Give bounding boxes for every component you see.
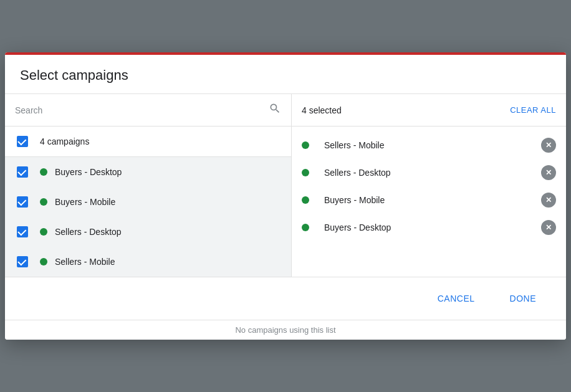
- active-status-dot: [40, 228, 47, 236]
- campaign-item-label: Buyers - Mobile: [55, 197, 115, 207]
- search-bar: [5, 94, 291, 127]
- clear-all-button[interactable]: CLEAR ALL: [510, 105, 556, 115]
- selected-item-label: Buyers - Desktop: [324, 222, 541, 232]
- item-checkbox-1[interactable]: [15, 165, 30, 179]
- active-status-dot: [302, 224, 309, 231]
- active-status-dot: [302, 196, 309, 204]
- remove-item-button[interactable]: [541, 165, 556, 180]
- list-item[interactable]: Sellers - Mobile: [5, 247, 291, 277]
- remove-item-button[interactable]: [541, 220, 556, 235]
- active-status-dot: [302, 141, 309, 149]
- checkbox-checked-icon: [17, 166, 28, 178]
- dialog-title: Select campaigns: [5, 52, 566, 94]
- campaign-item-label: Buyers - Desktop: [55, 167, 122, 177]
- remove-item-button[interactable]: [541, 138, 556, 153]
- selected-item: Buyers - Desktop: [292, 214, 566, 241]
- done-button[interactable]: DONE: [495, 287, 551, 310]
- list-item[interactable]: Sellers - Desktop: [5, 217, 291, 247]
- list-header[interactable]: 4 campaigns: [5, 127, 291, 157]
- selected-item: Buyers - Mobile: [292, 186, 566, 214]
- search-icon: [269, 102, 281, 118]
- item-checkbox-4[interactable]: [15, 254, 30, 269]
- selected-item-label: Sellers - Desktop: [324, 168, 541, 178]
- campaign-item-label: Sellers - Mobile: [55, 257, 115, 267]
- select-all-checkbox[interactable]: [15, 134, 30, 149]
- selected-list: Sellers - Mobile Sellers - Desktop Buyer…: [292, 127, 566, 277]
- active-status-dot: [40, 168, 47, 176]
- active-status-dot: [40, 198, 47, 206]
- selected-item-label: Sellers - Mobile: [324, 140, 541, 150]
- checkbox-checked-icon: [17, 226, 28, 237]
- checkbox-checked-icon: [17, 256, 28, 267]
- cancel-button[interactable]: CANCEL: [423, 287, 490, 310]
- checkbox-checked-icon: [17, 196, 28, 208]
- list-item[interactable]: Buyers - Desktop: [5, 157, 291, 187]
- checkbox-checked-icon: [17, 136, 28, 147]
- bottom-bar: No campaigns using this list: [5, 320, 566, 340]
- remove-item-button[interactable]: [541, 193, 556, 208]
- right-panel: 4 selected CLEAR ALL Sellers - Mobile Se…: [292, 94, 566, 277]
- dialog-footer: CANCEL DONE: [5, 277, 566, 320]
- list-item[interactable]: Buyers - Mobile: [5, 187, 291, 217]
- top-bar: [5, 52, 566, 55]
- dialog-body: 4 campaigns Buyers - Desktop Buy: [5, 94, 566, 277]
- active-status-dot: [40, 258, 47, 265]
- search-input[interactable]: [15, 105, 269, 115]
- selected-item: Sellers - Mobile: [292, 131, 566, 159]
- select-campaigns-dialog: Select campaigns 4 campaigns: [5, 52, 566, 340]
- selected-count: 4 selected: [302, 105, 342, 115]
- left-panel: 4 campaigns Buyers - Desktop Buy: [5, 94, 292, 277]
- selected-item: Sellers - Desktop: [292, 159, 566, 186]
- selected-item-label: Buyers - Mobile: [324, 195, 541, 205]
- selected-header: 4 selected CLEAR ALL: [292, 94, 566, 127]
- campaign-item-label: Sellers - Desktop: [55, 227, 122, 237]
- item-checkbox-3[interactable]: [15, 224, 30, 239]
- active-status-dot: [302, 169, 309, 176]
- campaigns-count-label: 4 campaigns: [40, 136, 89, 146]
- item-checkbox-2[interactable]: [15, 194, 30, 209]
- campaigns-list: 4 campaigns Buyers - Desktop Buy: [5, 127, 291, 277]
